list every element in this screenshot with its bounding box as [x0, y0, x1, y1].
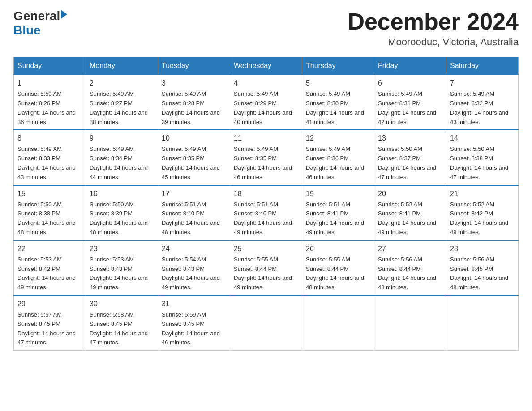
day-info: Sunrise: 5:49 AMSunset: 8:35 PMDaylight:… [162, 145, 226, 182]
calendar-cell: 7Sunrise: 5:49 AMSunset: 8:32 PMDaylight… [446, 75, 519, 130]
calendar-week-row: 8Sunrise: 5:49 AMSunset: 8:33 PMDaylight… [14, 130, 519, 185]
calendar-cell: 9Sunrise: 5:49 AMSunset: 8:34 PMDaylight… [86, 130, 158, 185]
calendar-cell: 6Sunrise: 5:49 AMSunset: 8:31 PMDaylight… [374, 75, 446, 130]
day-number: 13 [378, 133, 442, 144]
day-info: Sunrise: 5:55 AMSunset: 8:44 PMDaylight:… [306, 255, 370, 292]
logo-arrow-icon [61, 10, 67, 19]
day-number: 16 [90, 188, 154, 199]
day-number: 15 [17, 188, 82, 199]
day-number: 6 [378, 78, 442, 89]
calendar-cell: 28Sunrise: 5:56 AMSunset: 8:45 PMDayligh… [446, 240, 519, 295]
day-number: 12 [306, 133, 370, 144]
day-info: Sunrise: 5:58 AMSunset: 8:45 PMDaylight:… [90, 310, 154, 347]
calendar-cell: 26Sunrise: 5:55 AMSunset: 8:44 PMDayligh… [302, 240, 374, 295]
calendar-cell: 12Sunrise: 5:49 AMSunset: 8:36 PMDayligh… [302, 130, 374, 185]
day-number: 11 [234, 133, 298, 144]
calendar-cell: 31Sunrise: 5:59 AMSunset: 8:45 PMDayligh… [158, 295, 230, 351]
col-monday: Monday [86, 57, 158, 75]
day-number: 10 [162, 133, 226, 144]
day-number: 5 [306, 78, 370, 89]
day-number: 26 [306, 244, 370, 254]
day-number: 29 [17, 299, 82, 309]
page-header: General Blue December 2024 Moorooduc, Vi… [13, 9, 519, 48]
day-number: 1 [17, 78, 82, 89]
day-info: Sunrise: 5:51 AMSunset: 8:40 PMDaylight:… [162, 200, 226, 237]
calendar-cell [302, 295, 374, 351]
calendar-cell: 11Sunrise: 5:49 AMSunset: 8:35 PMDayligh… [230, 130, 302, 185]
calendar-cell: 24Sunrise: 5:54 AMSunset: 8:43 PMDayligh… [158, 240, 230, 295]
day-number: 27 [378, 244, 442, 254]
day-info: Sunrise: 5:51 AMSunset: 8:40 PMDaylight:… [234, 200, 298, 237]
calendar-cell: 21Sunrise: 5:52 AMSunset: 8:42 PMDayligh… [446, 185, 519, 240]
day-info: Sunrise: 5:50 AMSunset: 8:38 PMDaylight:… [450, 145, 515, 182]
day-info: Sunrise: 5:52 AMSunset: 8:42 PMDaylight:… [450, 200, 515, 237]
calendar-cell: 3Sunrise: 5:49 AMSunset: 8:28 PMDaylight… [158, 75, 230, 130]
day-number: 23 [90, 244, 154, 254]
calendar-cell: 1Sunrise: 5:50 AMSunset: 8:26 PMDaylight… [14, 75, 86, 130]
calendar-week-row: 29Sunrise: 5:57 AMSunset: 8:45 PMDayligh… [14, 295, 519, 351]
calendar-cell: 16Sunrise: 5:50 AMSunset: 8:39 PMDayligh… [86, 185, 158, 240]
calendar-cell: 23Sunrise: 5:53 AMSunset: 8:43 PMDayligh… [86, 240, 158, 295]
calendar-week-row: 15Sunrise: 5:50 AMSunset: 8:38 PMDayligh… [14, 185, 519, 240]
calendar-cell: 30Sunrise: 5:58 AMSunset: 8:45 PMDayligh… [86, 295, 158, 351]
day-info: Sunrise: 5:57 AMSunset: 8:45 PMDaylight:… [17, 310, 82, 347]
title-section: December 2024 Moorooduc, Victoria, Austr… [348, 9, 519, 48]
logo-general-text: General [13, 9, 60, 23]
day-info: Sunrise: 5:55 AMSunset: 8:44 PMDaylight:… [234, 255, 298, 292]
day-number: 7 [450, 78, 515, 89]
calendar-cell: 14Sunrise: 5:50 AMSunset: 8:38 PMDayligh… [446, 130, 519, 185]
calendar-table: Sunday Monday Tuesday Wednesday Thursday… [13, 57, 519, 351]
calendar-cell: 17Sunrise: 5:51 AMSunset: 8:40 PMDayligh… [158, 185, 230, 240]
day-info: Sunrise: 5:53 AMSunset: 8:42 PMDaylight:… [17, 255, 82, 292]
day-info: Sunrise: 5:50 AMSunset: 8:39 PMDaylight:… [90, 200, 154, 237]
day-number: 21 [450, 188, 515, 199]
col-thursday: Thursday [302, 57, 374, 75]
day-number: 24 [162, 244, 226, 254]
day-info: Sunrise: 5:50 AMSunset: 8:38 PMDaylight:… [17, 200, 82, 237]
col-saturday: Saturday [446, 57, 519, 75]
calendar-cell: 13Sunrise: 5:50 AMSunset: 8:37 PMDayligh… [374, 130, 446, 185]
calendar-cell: 20Sunrise: 5:52 AMSunset: 8:41 PMDayligh… [374, 185, 446, 240]
day-info: Sunrise: 5:49 AMSunset: 8:36 PMDaylight:… [306, 145, 370, 182]
day-number: 3 [162, 78, 226, 89]
calendar-header-row: Sunday Monday Tuesday Wednesday Thursday… [14, 57, 519, 75]
day-info: Sunrise: 5:49 AMSunset: 8:30 PMDaylight:… [306, 90, 370, 127]
day-info: Sunrise: 5:49 AMSunset: 8:28 PMDaylight:… [162, 90, 226, 127]
calendar-cell [446, 295, 519, 351]
day-info: Sunrise: 5:56 AMSunset: 8:44 PMDaylight:… [378, 255, 442, 292]
calendar-cell: 22Sunrise: 5:53 AMSunset: 8:42 PMDayligh… [14, 240, 86, 295]
day-number: 18 [234, 188, 298, 199]
day-number: 28 [450, 244, 515, 254]
day-info: Sunrise: 5:49 AMSunset: 8:33 PMDaylight:… [17, 145, 82, 182]
day-number: 9 [90, 133, 154, 144]
day-info: Sunrise: 5:50 AMSunset: 8:26 PMDaylight:… [17, 90, 82, 127]
day-number: 25 [234, 244, 298, 254]
logo-blue-text: Blue [13, 23, 41, 38]
calendar-cell [374, 295, 446, 351]
calendar-cell: 29Sunrise: 5:57 AMSunset: 8:45 PMDayligh… [14, 295, 86, 351]
day-number: 19 [306, 188, 370, 199]
calendar-cell: 15Sunrise: 5:50 AMSunset: 8:38 PMDayligh… [14, 185, 86, 240]
day-info: Sunrise: 5:49 AMSunset: 8:29 PMDaylight:… [234, 90, 298, 127]
calendar-cell: 27Sunrise: 5:56 AMSunset: 8:44 PMDayligh… [374, 240, 446, 295]
calendar-week-row: 22Sunrise: 5:53 AMSunset: 8:42 PMDayligh… [14, 240, 519, 295]
day-number: 20 [378, 188, 442, 199]
calendar-week-row: 1Sunrise: 5:50 AMSunset: 8:26 PMDaylight… [14, 75, 519, 130]
day-info: Sunrise: 5:51 AMSunset: 8:41 PMDaylight:… [306, 200, 370, 237]
calendar-cell: 18Sunrise: 5:51 AMSunset: 8:40 PMDayligh… [230, 185, 302, 240]
day-info: Sunrise: 5:53 AMSunset: 8:43 PMDaylight:… [90, 255, 154, 292]
day-number: 8 [17, 133, 82, 144]
calendar-cell: 5Sunrise: 5:49 AMSunset: 8:30 PMDaylight… [302, 75, 374, 130]
calendar-cell: 19Sunrise: 5:51 AMSunset: 8:41 PMDayligh… [302, 185, 374, 240]
calendar-cell: 25Sunrise: 5:55 AMSunset: 8:44 PMDayligh… [230, 240, 302, 295]
location-subtitle: Moorooduc, Victoria, Australia [348, 36, 519, 48]
calendar-cell: 2Sunrise: 5:49 AMSunset: 8:27 PMDaylight… [86, 75, 158, 130]
day-number: 4 [234, 78, 298, 89]
day-info: Sunrise: 5:49 AMSunset: 8:35 PMDaylight:… [234, 145, 298, 182]
month-title: December 2024 [348, 9, 519, 34]
col-tuesday: Tuesday [158, 57, 230, 75]
col-wednesday: Wednesday [230, 57, 302, 75]
day-info: Sunrise: 5:52 AMSunset: 8:41 PMDaylight:… [378, 200, 442, 237]
day-info: Sunrise: 5:49 AMSunset: 8:27 PMDaylight:… [90, 90, 154, 127]
day-info: Sunrise: 5:54 AMSunset: 8:43 PMDaylight:… [162, 255, 226, 292]
